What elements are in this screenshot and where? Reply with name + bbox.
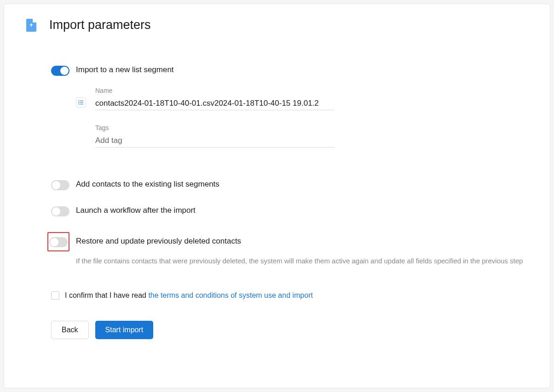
toggle-label-workflow: Launch a workflow after the import bbox=[76, 206, 196, 215]
name-field-label: Name bbox=[95, 87, 335, 94]
terms-link[interactable]: the terms and conditions of system use a… bbox=[148, 291, 313, 299]
name-field-wrap: Name bbox=[95, 87, 335, 110]
file-upload-icon bbox=[26, 19, 36, 32]
toggle-label-restore: Restore and update previously deleted co… bbox=[76, 237, 241, 246]
toggle-row-restore: Restore and update previously deleted co… bbox=[47, 232, 528, 251]
confirm-prefix: I confirm that I have read bbox=[65, 291, 148, 299]
svg-rect-1 bbox=[80, 101, 83, 101]
header: Import parameters bbox=[26, 18, 528, 32]
start-import-button[interactable]: Start import bbox=[95, 321, 154, 339]
tags-field-row: Tags bbox=[76, 124, 528, 148]
svg-point-0 bbox=[79, 101, 80, 102]
new-segment-fields: Name Tags bbox=[76, 87, 528, 148]
svg-rect-5 bbox=[80, 104, 83, 104]
button-row: Back Start import bbox=[51, 321, 528, 339]
confirm-text: I confirm that I have read the terms and… bbox=[65, 291, 313, 300]
restore-toggle-highlight bbox=[47, 232, 69, 251]
toggle-import-new-segment[interactable] bbox=[51, 66, 69, 76]
toggle-launch-workflow[interactable] bbox=[51, 206, 69, 216]
toggle-label-existing-segments: Add contacts to the existing list segmen… bbox=[76, 180, 219, 189]
svg-rect-3 bbox=[80, 102, 83, 103]
tags-field-wrap: Tags bbox=[95, 124, 335, 148]
segment-list-icon bbox=[76, 97, 86, 108]
svg-point-4 bbox=[79, 104, 80, 105]
tags-field-label: Tags bbox=[95, 124, 335, 131]
toggle-restore-deleted[interactable] bbox=[49, 237, 68, 247]
confirm-checkbox[interactable] bbox=[51, 291, 59, 300]
import-parameters-panel: Import parameters Import to a new list s… bbox=[4, 4, 550, 388]
confirm-row: I confirm that I have read the terms and… bbox=[51, 291, 528, 300]
restore-help-text: If the file contains contacts that were … bbox=[76, 256, 528, 267]
toggle-row-new-segment: Import to a new list segment bbox=[51, 65, 528, 76]
toggle-row-existing-segments: Add contacts to the existing list segmen… bbox=[51, 180, 528, 190]
toggle-existing-segments[interactable] bbox=[51, 180, 69, 190]
tags-input[interactable] bbox=[95, 134, 335, 148]
back-button[interactable]: Back bbox=[51, 321, 89, 339]
content-area: Import to a new list segment Name bbox=[26, 65, 528, 339]
svg-point-2 bbox=[79, 102, 80, 103]
name-field-row: Name bbox=[76, 87, 528, 110]
toggle-row-workflow: Launch a workflow after the import bbox=[51, 206, 528, 216]
name-input[interactable] bbox=[95, 97, 335, 110]
page-title: Import parameters bbox=[49, 18, 151, 32]
toggle-label-new-segment: Import to a new list segment bbox=[76, 65, 174, 74]
